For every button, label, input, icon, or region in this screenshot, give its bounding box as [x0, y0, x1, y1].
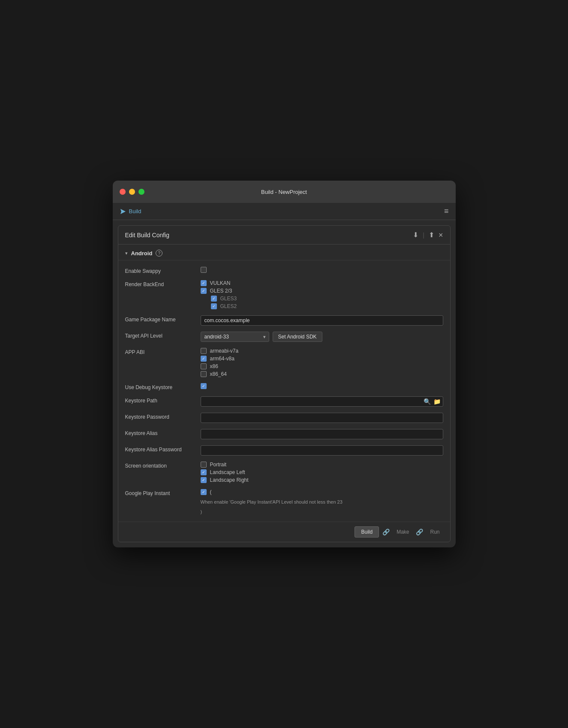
- keystore-alias-label: Keystore Alias: [125, 429, 194, 436]
- maximize-button[interactable]: [138, 189, 144, 195]
- keystore-password-label: Keystore Password: [125, 413, 194, 420]
- build-tab[interactable]: Build: [120, 208, 141, 215]
- hamburger-menu-icon[interactable]: ≡: [444, 207, 449, 216]
- app-abi-row: APP ABI armeabi-v7a arm64-v8a: [118, 345, 450, 380]
- render-backend-row: Render BackEnd VULKAN GLES 2/3: [118, 277, 450, 312]
- list-item: GLES3: [201, 296, 443, 302]
- armeabi-v7a-checkbox[interactable]: [201, 348, 207, 354]
- android-section-header: ▾ Android ?: [118, 245, 450, 260]
- keystore-alias-input[interactable]: [201, 429, 443, 439]
- make-link-icon: 🔗: [416, 529, 423, 535]
- target-api-level-row: Target API Level android-33 Set Android …: [118, 329, 450, 345]
- game-package-name-input[interactable]: [201, 315, 443, 326]
- keystore-path-control: 🔍 📁: [201, 396, 443, 407]
- android-help-icon[interactable]: ?: [156, 250, 162, 257]
- x86-label: x86: [210, 363, 218, 369]
- target-api-level-label: Target API Level: [125, 332, 194, 339]
- android-section-title: Android: [131, 250, 153, 257]
- search-icon[interactable]: 🔍: [424, 398, 431, 405]
- gles3-label: GLES3: [220, 296, 237, 302]
- enable-swappy-control: [201, 267, 443, 273]
- app-abi-label: APP ABI: [125, 348, 194, 355]
- list-item: GLES2: [201, 303, 443, 309]
- google-play-instant-note-start: (: [210, 489, 212, 495]
- keystore-path-input-wrapper: 🔍 📁: [201, 396, 443, 407]
- google-play-instant-note-text: When enable 'Google Play Instant'API Lev…: [201, 499, 343, 504]
- folder-icon[interactable]: 📁: [433, 398, 441, 405]
- keystore-password-input[interactable]: [201, 413, 443, 423]
- list-item: x86_64: [201, 371, 443, 377]
- gles2-checkbox[interactable]: [211, 303, 217, 309]
- google-play-instant-note-end: ): [201, 509, 202, 514]
- dialog-footer: Build 🔗 Make 🔗 Run: [118, 522, 450, 542]
- keystore-password-control: [201, 413, 443, 423]
- make-button[interactable]: Make: [393, 527, 412, 537]
- enable-swappy-label: Enable Swappy: [125, 267, 194, 274]
- toolbar: Build ≡: [113, 203, 456, 220]
- export-icon[interactable]: ⬆: [429, 231, 434, 239]
- keystore-alias-password-row: Keystore Alias Password: [118, 442, 450, 459]
- dialog-body: ▾ Android ? Enable Swappy Render BackEn: [118, 245, 450, 522]
- app-abi-control: armeabi-v7a arm64-v8a x86: [201, 348, 443, 377]
- x86-64-checkbox[interactable]: [201, 371, 207, 377]
- screen-orientation-row: Screen orientation Portrait Landscape Le…: [118, 459, 450, 486]
- toolbar-left: Build: [120, 208, 141, 215]
- render-backend-label: Render BackEnd: [125, 280, 194, 287]
- vulkan-checkbox[interactable]: [201, 280, 207, 286]
- list-item: Portrait: [201, 462, 443, 468]
- send-icon: [120, 208, 126, 215]
- list-item: GLES 2/3: [201, 288, 443, 294]
- list-item: x86: [201, 363, 443, 369]
- landscape-left-label: Landscape Left: [210, 469, 245, 475]
- divider-icon: |: [423, 232, 424, 239]
- use-debug-keystore-control: [201, 383, 443, 389]
- google-play-instant-label: Google Play Instant: [125, 489, 194, 496]
- traffic-lights: [120, 189, 144, 195]
- build-link-icon: 🔗: [382, 529, 390, 535]
- list-item: Landscape Right: [201, 477, 443, 483]
- keystore-alias-password-label: Keystore Alias Password: [125, 445, 194, 453]
- run-button[interactable]: Run: [427, 527, 443, 537]
- x86-checkbox[interactable]: [201, 363, 207, 369]
- landscape-left-checkbox[interactable]: [201, 469, 207, 475]
- dialog-close-button[interactable]: ×: [439, 231, 443, 239]
- keystore-alias-password-input[interactable]: [201, 445, 443, 456]
- build-button[interactable]: Build: [355, 526, 379, 538]
- gles3-checkbox[interactable]: [211, 296, 217, 302]
- game-package-name-label: Game Package Name: [125, 315, 194, 323]
- google-play-instant-note: When enable 'Google Play Instant'API Lev…: [201, 498, 443, 505]
- keystore-alias-control: [201, 429, 443, 439]
- minimize-button[interactable]: [129, 189, 135, 195]
- game-package-name-control: [201, 315, 443, 326]
- section-toggle-icon[interactable]: ▾: [125, 251, 128, 256]
- set-android-sdk-button[interactable]: Set Android SDK: [273, 332, 322, 342]
- x86-64-label: x86_64: [210, 371, 227, 377]
- gles23-checkbox[interactable]: [201, 288, 207, 294]
- keystore-path-input[interactable]: [201, 396, 443, 407]
- list-item: VULKAN: [201, 280, 443, 286]
- landscape-right-checkbox[interactable]: [201, 477, 207, 483]
- use-debug-keystore-label: Use Debug Keystore: [125, 383, 194, 390]
- enable-swappy-row: Enable Swappy: [118, 264, 450, 277]
- landscape-right-label: Landscape Right: [210, 477, 249, 483]
- arm64-v8a-checkbox[interactable]: [201, 356, 207, 362]
- target-api-level-control: android-33 Set Android SDK: [201, 332, 443, 342]
- portrait-label: Portrait: [210, 462, 227, 468]
- close-button[interactable]: [120, 189, 126, 195]
- api-level-select[interactable]: android-33: [201, 332, 269, 342]
- google-play-instant-checkbox[interactable]: [201, 489, 207, 495]
- keystore-path-icons: 🔍 📁: [424, 398, 441, 405]
- google-play-instant-row: Google Play Instant ( When enable 'Googl…: [118, 486, 450, 518]
- portrait-checkbox[interactable]: [201, 462, 207, 468]
- screen-orientation-control: Portrait Landscape Left Landscape Right: [201, 462, 443, 483]
- target-api-level-select-row: android-33 Set Android SDK: [201, 332, 443, 342]
- enable-swappy-checkbox[interactable]: [201, 267, 207, 273]
- build-config-dialog: Edit Build Config ⬇ | ⬆ × ▾ Android ?: [118, 225, 451, 542]
- google-play-instant-note-end-row: ): [201, 507, 443, 515]
- vulkan-label: VULKAN: [210, 280, 231, 286]
- keystore-password-row: Keystore Password: [118, 410, 450, 426]
- import-icon[interactable]: ⬇: [413, 231, 418, 239]
- google-play-instant-control: ( When enable 'Google Play Instant'API L…: [201, 489, 443, 515]
- main-window: Build - NewProject Build ≡ Edit Build Co…: [113, 181, 456, 547]
- use-debug-keystore-checkbox[interactable]: [201, 383, 207, 389]
